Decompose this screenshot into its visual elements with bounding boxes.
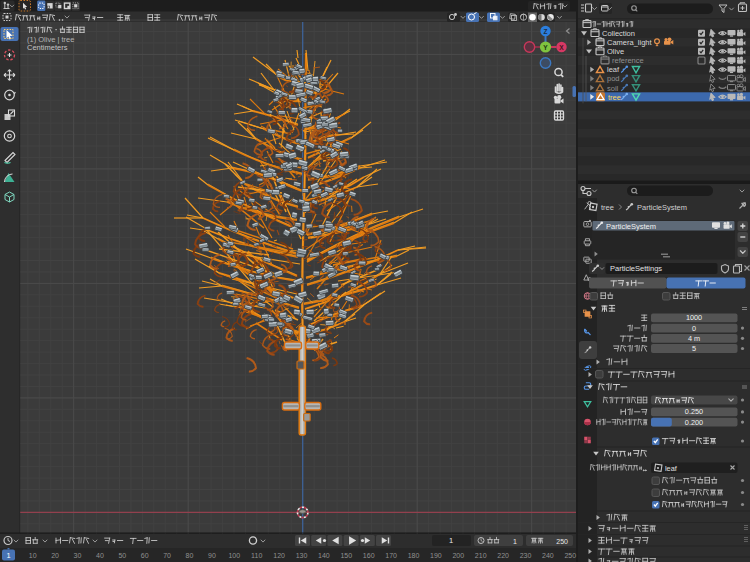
svg-text:1: 1: [513, 538, 517, 545]
svg-text:X: X: [559, 44, 564, 51]
svg-text:leaf: leaf: [607, 65, 620, 74]
svg-text:Centimeters: Centimeters: [27, 43, 68, 52]
svg-text:Camera_light: Camera_light: [607, 38, 653, 47]
svg-text:30: 30: [74, 552, 82, 559]
svg-text:190: 190: [430, 552, 442, 559]
svg-text:220: 220: [497, 552, 509, 559]
svg-text:0: 0: [692, 324, 696, 333]
svg-text:60: 60: [141, 552, 149, 559]
svg-text:ParticleSystem: ParticleSystem: [637, 203, 687, 212]
svg-text:210: 210: [475, 552, 487, 559]
svg-text:240: 240: [542, 552, 554, 559]
svg-text:Collection: Collection: [602, 29, 635, 38]
svg-text:tree: tree: [608, 93, 621, 102]
svg-text:1000: 1000: [686, 313, 702, 322]
svg-text:ParticleSystem: ParticleSystem: [606, 222, 656, 231]
svg-text:50: 50: [118, 552, 126, 559]
svg-text:pod: pod: [607, 74, 620, 83]
svg-text:200: 200: [452, 552, 464, 559]
svg-text:80: 80: [186, 552, 194, 559]
svg-text:Olive: Olive: [607, 47, 624, 56]
svg-text:ParticleSettings: ParticleSettings: [610, 264, 662, 273]
svg-text:10: 10: [29, 552, 37, 559]
svg-text:250: 250: [564, 552, 576, 559]
svg-text:160: 160: [363, 552, 375, 559]
svg-text:110: 110: [251, 552, 262, 559]
svg-text:reference: reference: [612, 56, 644, 65]
svg-text:250: 250: [556, 538, 568, 545]
svg-text:40: 40: [96, 552, 104, 559]
svg-text:130: 130: [296, 552, 308, 559]
svg-text:140: 140: [318, 552, 330, 559]
svg-text:tree: tree: [601, 203, 614, 212]
svg-text:soil: soil: [607, 84, 619, 93]
svg-text:180: 180: [408, 552, 420, 559]
svg-text:Z: Z: [544, 28, 548, 35]
svg-text:150: 150: [340, 552, 352, 559]
svg-text:70: 70: [163, 552, 171, 559]
svg-text:1: 1: [6, 551, 10, 560]
svg-text:leaf: leaf: [665, 464, 678, 473]
svg-text:100: 100: [228, 552, 240, 559]
svg-text:230: 230: [520, 552, 532, 559]
svg-text:0.250: 0.250: [685, 407, 703, 416]
svg-text:90: 90: [208, 552, 216, 559]
svg-text:170: 170: [385, 552, 397, 559]
svg-text:120: 120: [273, 552, 285, 559]
svg-text:5: 5: [692, 344, 696, 353]
svg-text:0.200: 0.200: [685, 418, 703, 427]
svg-text:1: 1: [449, 536, 453, 545]
svg-text:20: 20: [51, 552, 59, 559]
svg-text:4 m: 4 m: [688, 334, 700, 343]
svg-text:Y: Y: [543, 44, 548, 51]
